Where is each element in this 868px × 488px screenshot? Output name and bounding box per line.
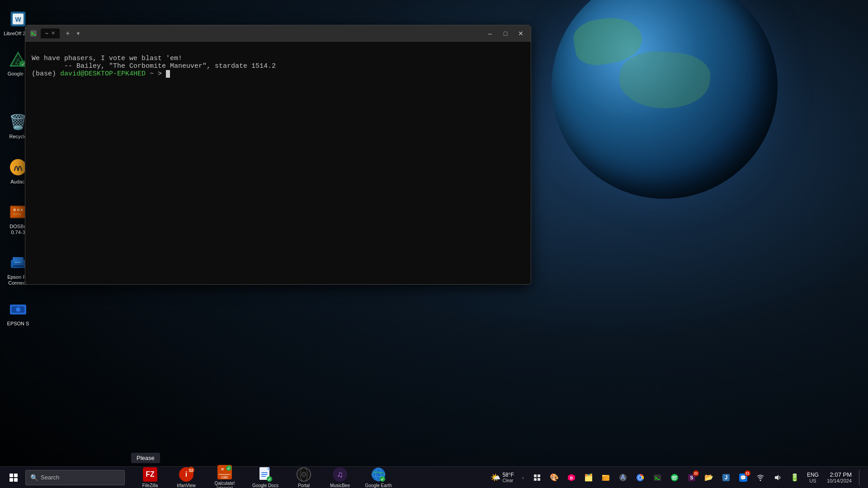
svg-point-8 — [10, 159, 26, 175]
taskbar-dock: FZ FileZilla i 32 IrfanView — [128, 467, 402, 488]
terminal-body[interactable]: We have phasers, I vote we blast 'em! --… — [25, 42, 531, 284]
filezilla-icon: FZ — [142, 467, 158, 482]
terminal-tab-label: ~ — [45, 30, 48, 37]
musicbee-label: MusicBee — [330, 483, 350, 488]
svg-point-68 — [639, 476, 642, 479]
svg-rect-26 — [9, 478, 13, 482]
terminal-tab-dropdown[interactable]: ▾ — [77, 30, 80, 37]
svg-text:J: J — [725, 474, 728, 481]
terminal-minimize-button[interactable]: – — [484, 27, 496, 40]
clock-time: 2:07 PM — [830, 471, 852, 478]
svg-text:B: B — [14, 208, 16, 211]
terminal-tab-close[interactable]: ✕ — [51, 30, 55, 36]
systray-files[interactable] — [598, 470, 613, 485]
audacity-label: Audaci — [10, 179, 26, 185]
terminal-close-button[interactable]: ✕ — [514, 27, 527, 40]
svg-text:D O S: D O S — [14, 213, 21, 216]
taskbar-right: 🌤️ 58°F Clear ‹ 🎨 — [488, 469, 868, 486]
clock-widget[interactable]: 2:07 PM 10/14/2024 — [823, 471, 855, 483]
svg-rect-62 — [602, 476, 605, 481]
slack-systray-badge: 21 — [693, 470, 699, 476]
svg-rect-18 — [14, 262, 22, 263]
start-button[interactable] — [4, 468, 24, 488]
desktop: W LibreOff 24.2 △ ✓ Google D 🗑️ — [0, 0, 868, 488]
terminal-prompt-base: (base) — [32, 70, 60, 78]
terminal-line1: We have phasers, I vote we blast 'em! — [32, 55, 182, 62]
clock-date: 10/14/2024 — [827, 478, 852, 483]
taskbar-googleearth[interactable]: ✓ Google Earth — [358, 467, 399, 488]
messenger-badge: 21 — [745, 470, 750, 476]
systray-spotify[interactable] — [667, 470, 682, 485]
svg-text:X: X — [21, 208, 23, 211]
weather-widget[interactable]: 🌤️ 58°F Clear — [488, 472, 516, 483]
taskbar-search[interactable]: 🔍 Search — [25, 470, 125, 485]
svg-text:♫: ♫ — [337, 470, 343, 479]
terminal-tab[interactable]: ~ ✕ — [41, 28, 60, 38]
svg-rect-25 — [14, 474, 18, 477]
systray-files2[interactable]: 📂 — [701, 470, 717, 485]
svg-text:S: S — [690, 475, 693, 480]
svg-rect-42 — [261, 476, 266, 477]
svg-rect-58 — [538, 478, 540, 481]
systray-inkscape[interactable] — [615, 470, 631, 485]
systray-network[interactable] — [753, 470, 768, 485]
svg-rect-40 — [261, 472, 268, 473]
terminal-controls: – □ ✕ — [484, 27, 527, 40]
epson2-label: EPSON S — [7, 321, 29, 327]
taskbar-musicbee[interactable]: ♫ MusicBee — [322, 467, 358, 488]
systray-battery[interactable]: 🔋 — [787, 470, 802, 485]
svg-rect-16 — [13, 257, 24, 262]
systray-pinta[interactable]: 🎨 — [547, 470, 562, 485]
weather-temp: 58°F — [502, 472, 514, 478]
language-top: ENG — [807, 472, 819, 478]
terminal-maximize-button[interactable]: □ — [499, 27, 512, 40]
systray-joplin[interactable]: J — [718, 470, 734, 485]
language-indicator[interactable]: ENG US — [804, 472, 821, 483]
terminal-cursor — [166, 70, 170, 78]
googleearth-icon: ✓ — [370, 467, 387, 482]
terminal-icon — [29, 29, 38, 38]
desktop-icon-epson2[interactable]: EPSON S — [0, 295, 36, 330]
terminal-prompt-user: david@DESKTOP-EPK4HED — [60, 70, 146, 78]
svg-rect-41 — [261, 474, 268, 475]
systray-filemanager[interactable]: 🗂️ — [581, 470, 596, 485]
irfanview-label: IrfanView — [177, 483, 196, 488]
systray-brave[interactable]: B — [564, 470, 579, 485]
googleearth-label: Google Earth — [365, 483, 392, 488]
taskbar-portal[interactable]: Portal — [286, 467, 322, 488]
show-desktop-button[interactable] — [859, 469, 863, 486]
systray-taskview[interactable] — [529, 470, 545, 485]
terminal-window: ~ ✕ + ▾ – □ ✕ We have phasers, I vote we… — [25, 25, 531, 285]
portal-icon — [296, 467, 312, 482]
svg-rect-56 — [538, 474, 540, 477]
taskbar-irfanview[interactable]: i 32 IrfanView — [168, 467, 204, 488]
svg-text:O: O — [17, 208, 20, 211]
search-icon: 🔍 — [30, 474, 38, 481]
systray-volume[interactable] — [770, 470, 785, 485]
svg-text:✕: ✕ — [221, 467, 224, 472]
taskbar-qalculate[interactable]: ✕ calc ✓ Qalculate!(classic) — [204, 467, 245, 488]
svg-point-47 — [302, 472, 306, 477]
taskbar-filezilla[interactable]: FZ FileZilla — [132, 467, 168, 488]
systray-slack[interactable]: S 21 — [684, 470, 699, 485]
svg-text:B: B — [570, 476, 573, 480]
svg-rect-17 — [13, 265, 24, 267]
systray-messenger[interactable]: 💬 21 — [736, 470, 751, 485]
irfanview-badge: 32 — [188, 467, 194, 474]
systray-expand-button[interactable]: ‹ — [519, 469, 528, 486]
filezilla-label: FileZilla — [142, 483, 158, 488]
svg-text:✓: ✓ — [381, 477, 384, 482]
terminal-add-tab[interactable]: + — [62, 28, 73, 39]
taskbar-left: 🔍 Search — [0, 468, 128, 488]
dosbox-label: DOSBo0.74-3 — [9, 224, 26, 235]
weather-icon: 🌤️ — [491, 473, 500, 483]
portal-label: Portal — [298, 483, 310, 488]
svg-rect-24 — [9, 474, 13, 477]
taskbar-googledocs[interactable]: ✓ Google Docs — [245, 467, 286, 488]
svg-rect-57 — [534, 478, 537, 481]
systray-chrome[interactable] — [632, 470, 648, 485]
systray-terminal[interactable] — [650, 470, 665, 485]
qalculate-icon: ✕ calc ✓ — [217, 465, 233, 480]
svg-point-78 — [760, 479, 761, 481]
irfanview-icon: i 32 — [178, 467, 194, 482]
